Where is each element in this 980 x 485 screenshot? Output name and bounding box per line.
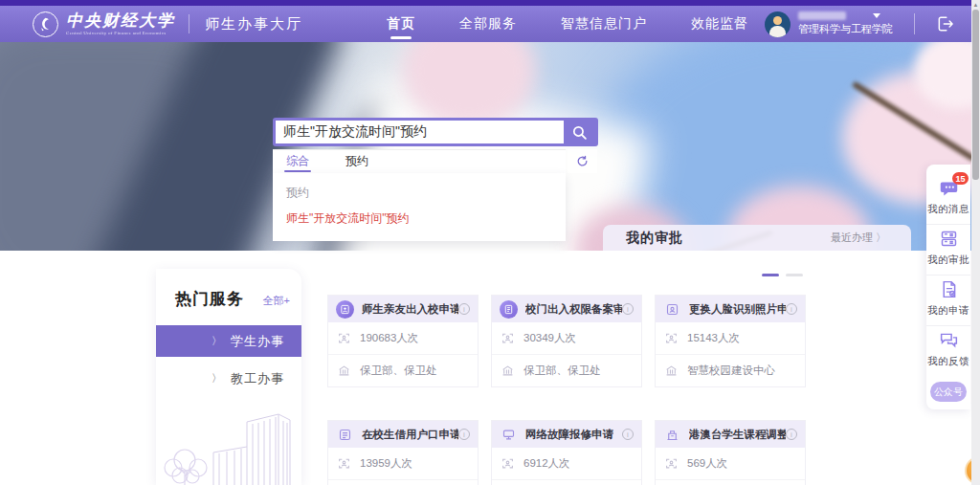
my-approval-header: 我的审批 最近办理 〉: [603, 225, 911, 251]
official-account-button[interactable]: 公众号: [930, 382, 967, 402]
service-usage-row: 6912人次: [492, 448, 641, 479]
logout-icon[interactable]: [936, 14, 955, 33]
my-approval-panel: 我的审批 最近办理 〉: [603, 225, 911, 295]
usage-count: 13959人次: [360, 456, 412, 471]
search-bar: [273, 118, 598, 146]
main-nav: 首页 全部服务 智慧信息门户 效能监督: [387, 6, 748, 42]
nav-item-all-services[interactable]: 全部服务: [459, 6, 517, 42]
scrollbar-thumb[interactable]: [972, 10, 979, 180]
service-title: 网络故障报修申请: [525, 428, 613, 442]
usage-count-icon: [338, 457, 350, 470]
department: 智慧校园建设中心: [687, 364, 775, 378]
university-name: 中央财经大学 Central University of Finance and…: [66, 12, 175, 35]
info-icon[interactable]: i: [622, 429, 634, 440]
service-icon-face-photo: [663, 300, 681, 319]
university-logo[interactable]: 中央财经大学 Central University of Finance and…: [33, 11, 175, 37]
service-dept-row: 国际合作处、港澳台事务: [656, 479, 805, 485]
usage-count: 30349人次: [523, 331, 576, 345]
sidebar-item-approvals[interactable]: 我的审批: [926, 224, 970, 275]
chevron-right-icon: 〉: [212, 334, 223, 348]
refresh-icon[interactable]: [568, 149, 597, 173]
info-icon[interactable]: i: [458, 429, 470, 440]
my-approval-body: [603, 251, 911, 295]
info-icon[interactable]: i: [622, 303, 634, 315]
service-dept-row: 保卫部、保卫处: [328, 479, 478, 485]
service-usage-row: 190683人次: [328, 322, 478, 354]
usage-count-icon: [665, 457, 678, 470]
info-icon[interactable]: i: [786, 303, 797, 315]
sidebar-item-messages[interactable]: 15 我的消息: [926, 174, 970, 224]
service-card[interactable]: 校门出入权限备案审批 i 30349人次 保卫部、保卫处: [491, 295, 642, 387]
user-name-redacted: [798, 11, 846, 20]
chevron-down-icon[interactable]: [873, 13, 880, 18]
application-doc-icon: [939, 279, 959, 299]
service-dept-row: 智慧校园建设中心: [492, 479, 641, 485]
message-count-badge: 15: [952, 172, 969, 185]
service-card[interactable]: 师生亲友出入校申请 i 190683人次 保卫部、保卫处: [327, 295, 479, 387]
university-name-en: Central University of Finance and Econom…: [66, 31, 175, 35]
service-dept-row: 保卫部、保卫处: [492, 354, 641, 386]
scrollbar-up-arrow[interactable]: ▲: [972, 1, 979, 9]
user-info[interactable]: 管理科学与工程学院: [798, 11, 893, 36]
scrollbar-track[interactable]: ▲: [971, 0, 980, 485]
service-icon-course-adjust: [663, 426, 681, 444]
service-card[interactable]: 更换人脸识别照片申请 i 15143人次 智慧校园建设中心: [655, 295, 806, 387]
service-usage-row: 30349人次: [492, 322, 641, 354]
department-icon: [665, 364, 678, 377]
user-college: 管理科学与工程学院: [798, 23, 893, 36]
nav-item-info-portal[interactable]: 智慧信息门户: [561, 6, 647, 42]
usage-count-icon: [501, 332, 514, 344]
quick-sidebar: 15 我的消息 我的审批 我的申请 我的反馈 公众号: [926, 165, 970, 409]
suggestion-item[interactable]: 预约: [273, 180, 566, 206]
service-icon-entry-apply: [336, 300, 354, 319]
suggestion-item-highlighted[interactable]: 师生"开放交流时间"预约: [273, 206, 566, 231]
service-icon-household: [336, 426, 354, 444]
service-dept-row: 保卫部、保卫处: [328, 354, 478, 386]
chevron-right-icon: 〉: [212, 371, 223, 386]
usage-count: 190683人次: [360, 331, 418, 345]
service-dept-row: 智慧校园建设中心: [656, 354, 805, 386]
user-area: 管理科学与工程学院: [765, 11, 955, 37]
service-usage-row: 569人次: [656, 448, 805, 479]
service-icon-gate-permission: [500, 300, 518, 319]
service-card[interactable]: 港澳台学生课程调整... i 569人次 国际合作处、港澳台事务: [655, 420, 806, 485]
usage-count: 15143人次: [687, 331, 740, 345]
my-approval-title: 我的审批: [626, 230, 683, 247]
service-card[interactable]: 在校生借用户口申请 i 13959人次 保卫部、保卫处: [327, 420, 479, 485]
search-icon: [571, 124, 588, 141]
service-title: 更换人脸识别照片申请: [689, 302, 786, 317]
logo-divider: [189, 14, 189, 33]
search-input[interactable]: [276, 121, 564, 143]
user-avatar[interactable]: [765, 11, 791, 37]
info-icon[interactable]: i: [458, 303, 470, 315]
usage-count: 6912人次: [523, 456, 570, 471]
sidebar-item-applications[interactable]: 我的申请: [926, 275, 970, 325]
department-icon: [501, 364, 514, 377]
feedback-bubbles-icon: [939, 330, 959, 350]
info-icon[interactable]: i: [786, 429, 797, 440]
hot-services-all-link[interactable]: 全部+: [263, 294, 290, 308]
tab-student-services[interactable]: 〉 学生办事: [156, 325, 301, 357]
nav-item-supervision[interactable]: 效能监督: [691, 6, 748, 42]
service-usage-row: 15143人次: [656, 322, 805, 354]
hot-services-panel: 热门服务 全部+ 〉 学生办事 〉 教工办事: [156, 269, 301, 485]
search-suggestions: 预约 师生"开放交流时间"预约: [273, 173, 566, 241]
search-tab-general[interactable]: 综合: [286, 149, 309, 173]
tab-staff-services[interactable]: 〉 教工办事: [156, 363, 301, 394]
pagination-dash-active[interactable]: [762, 274, 779, 276]
pagination-dash[interactable]: [786, 274, 803, 276]
service-title: 校门出入权限备案审批: [525, 302, 622, 317]
service-card[interactable]: 网络故障报修申请 i 6912人次 智慧校园建设中心: [491, 420, 642, 485]
service-title: 师生亲友出入校申请: [362, 302, 458, 317]
search-button[interactable]: [564, 121, 595, 143]
department-icon: [338, 364, 350, 377]
service-title: 港澳台学生课程调整...: [689, 428, 786, 442]
search-tab-booking[interactable]: 预约: [345, 149, 368, 173]
nav-item-home[interactable]: 首页: [387, 6, 415, 42]
recent-handled-link[interactable]: 最近办理 〉: [831, 231, 886, 245]
search-scope-tabs: 综合 预约: [273, 149, 566, 173]
approval-list-icon: [939, 229, 959, 249]
sidebar-item-feedback[interactable]: 我的反馈: [926, 325, 970, 376]
building-sketch-image: [156, 408, 301, 485]
hot-services-title: 热门服务: [175, 288, 244, 310]
